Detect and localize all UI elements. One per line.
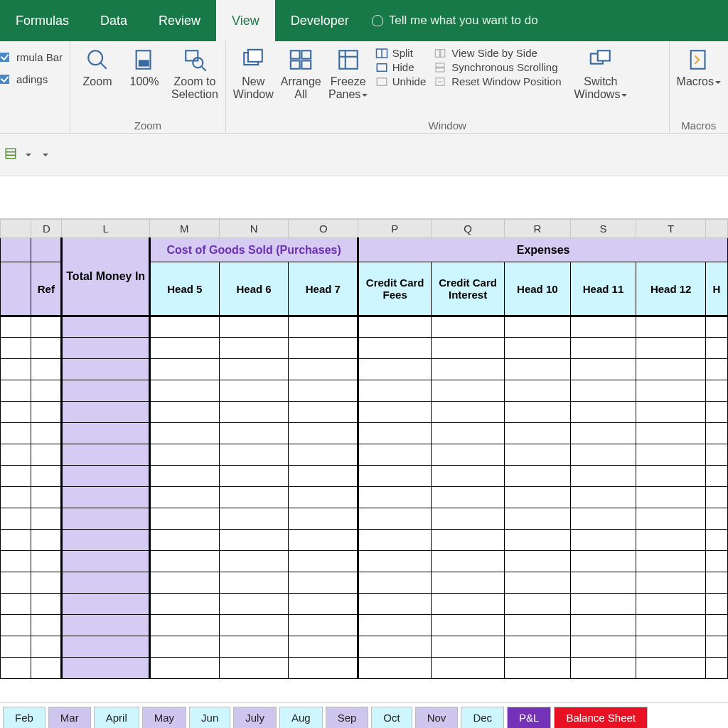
cell[interactable] [149, 423, 219, 444]
worksheet-tab[interactable]: Nov [415, 707, 459, 728]
cell[interactable] [706, 444, 728, 466]
cell[interactable] [636, 423, 706, 444]
cell[interactable] [432, 615, 505, 636]
table-row[interactable] [1, 316, 728, 338]
cell[interactable] [636, 466, 706, 487]
cell[interactable] [432, 551, 505, 572]
table-row[interactable] [1, 444, 728, 466]
cell[interactable] [358, 530, 432, 551]
cell[interactable] [1, 615, 31, 636]
tab-developer[interactable]: Developer [275, 0, 365, 41]
cell[interactable] [570, 423, 636, 444]
cell[interactable] [505, 508, 571, 530]
cell[interactable] [1, 402, 31, 423]
cell[interactable] [706, 551, 728, 572]
cell[interactable] [636, 487, 706, 508]
cell[interactable] [289, 359, 358, 380]
cell[interactable] [432, 316, 505, 338]
worksheet-tab[interactable]: Aug [279, 707, 323, 728]
table-row[interactable] [1, 359, 728, 380]
cell[interactable] [706, 423, 728, 444]
cell[interactable] [636, 551, 706, 572]
cell[interactable] [505, 380, 571, 402]
cell[interactable] [358, 466, 432, 487]
cell[interactable] [636, 338, 706, 359]
cell[interactable] [570, 444, 636, 466]
cell[interactable] [636, 636, 706, 658]
cell[interactable] [706, 594, 728, 615]
cell[interactable] [62, 551, 150, 572]
cell[interactable] [432, 423, 505, 444]
table-row[interactable] [1, 572, 728, 594]
cell[interactable] [62, 508, 150, 530]
cell[interactable] [706, 316, 728, 338]
table-row[interactable] [1, 594, 728, 615]
cell[interactable] [219, 338, 289, 359]
cell[interactable] [505, 572, 571, 594]
col-header[interactable]: Q [432, 220, 505, 238]
table-row[interactable] [1, 487, 728, 508]
col-header[interactable]: S [570, 220, 636, 238]
btn-zoom-selection[interactable]: Zoom to Selection [171, 44, 218, 102]
cell[interactable] [432, 359, 505, 380]
cell[interactable] [570, 508, 636, 530]
cell[interactable] [219, 466, 289, 487]
worksheet-tab[interactable]: Jun [189, 707, 230, 728]
cell[interactable] [1, 466, 31, 487]
cell[interactable] [505, 530, 571, 551]
chevron-down-icon[interactable] [26, 154, 31, 159]
cell[interactable] [358, 338, 432, 359]
cell[interactable] [706, 615, 728, 636]
cell[interactable] [289, 594, 358, 615]
cell[interactable] [505, 594, 571, 615]
col-header[interactable] [1, 220, 31, 238]
cell[interactable] [1, 572, 31, 594]
col-header[interactable]: N [219, 220, 289, 238]
col-header[interactable]: D [31, 220, 62, 238]
cell[interactable] [219, 402, 289, 423]
btn-switch-windows[interactable]: Switch Windows [574, 44, 627, 102]
cell[interactable] [289, 338, 358, 359]
cell[interactable] [149, 615, 219, 636]
cell[interactable] [219, 487, 289, 508]
tab-data[interactable]: Data [85, 0, 143, 41]
cell[interactable] [706, 487, 728, 508]
cell[interactable] [1, 444, 31, 466]
cell[interactable] [636, 444, 706, 466]
cell[interactable] [570, 658, 636, 679]
cell[interactable] [1, 359, 31, 380]
cell[interactable] [289, 402, 358, 423]
cell[interactable] [1, 658, 31, 679]
cell[interactable] [636, 572, 706, 594]
cell[interactable] [505, 487, 571, 508]
cell[interactable] [62, 572, 150, 594]
col-header[interactable]: R [505, 220, 571, 238]
cell[interactable] [570, 551, 636, 572]
cell[interactable] [62, 594, 150, 615]
spreadsheet-grid[interactable]: D L M N O P Q R S T Total Money In Cost … [0, 219, 728, 679]
cell[interactable] [289, 636, 358, 658]
cell[interactable] [31, 316, 62, 338]
cell[interactable] [706, 530, 728, 551]
cell[interactable] [636, 530, 706, 551]
cell[interactable] [31, 508, 62, 530]
cell[interactable] [31, 444, 62, 466]
cell[interactable] [1, 316, 31, 338]
cell[interactable] [570, 530, 636, 551]
cell[interactable] [358, 636, 432, 658]
worksheet-tab[interactable]: July [233, 707, 277, 728]
tab-formulas[interactable]: Formulas [0, 0, 85, 41]
cell[interactable] [289, 380, 358, 402]
cell[interactable] [219, 508, 289, 530]
cell[interactable] [570, 572, 636, 594]
cell[interactable] [149, 402, 219, 423]
cell[interactable] [358, 658, 432, 679]
cell[interactable] [289, 658, 358, 679]
cell[interactable] [706, 572, 728, 594]
cell[interactable] [289, 487, 358, 508]
cell[interactable] [62, 338, 150, 359]
cell[interactable] [706, 338, 728, 359]
cell[interactable] [505, 423, 571, 444]
btn-macros[interactable]: Macros [677, 44, 721, 88]
cell[interactable] [31, 615, 62, 636]
